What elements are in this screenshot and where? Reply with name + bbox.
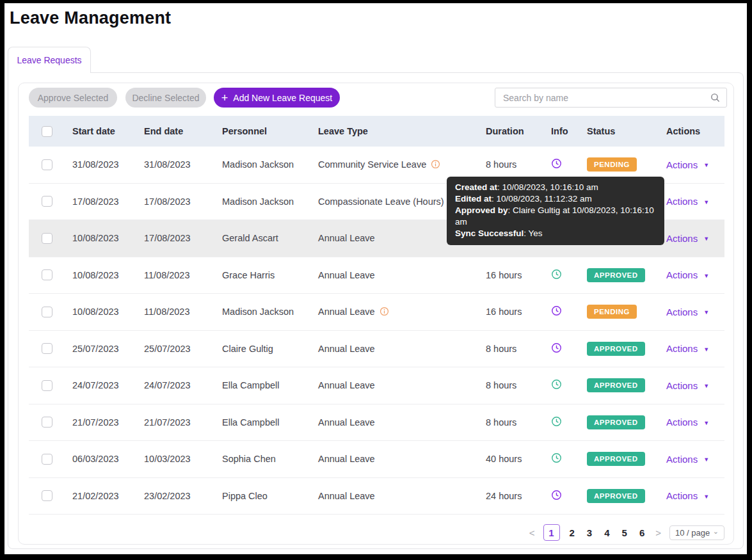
info-tooltip: Created at: 10/08/2023, 10:16:10 am Edit…	[447, 177, 664, 245]
actions-label: Actions	[666, 343, 698, 354]
approve-selected-button[interactable]: Approve Selected	[29, 88, 117, 108]
column-header-info: Info	[543, 126, 579, 136]
row-checkbox[interactable]	[42, 343, 52, 354]
cell-leave-type: Annual Leave	[310, 306, 478, 318]
cell-start-date: 10/08/2023	[65, 270, 136, 280]
actions-dropdown[interactable]: Actions ▼	[666, 380, 709, 391]
pagination-page-1[interactable]: 1	[543, 524, 560, 541]
table-row: 06/03/2023 10/03/2023 Sophia Chen Annual…	[29, 441, 724, 478]
status-badge: APPROVED	[587, 415, 645, 429]
pagination-page-6[interactable]: 6	[637, 527, 647, 538]
leave-requests-card: Approve Selected Decline Selected + Add …	[18, 83, 734, 545]
row-checkbox[interactable]	[42, 269, 52, 280]
cell-personnel: Pippa Cleo	[214, 491, 310, 501]
page-size-select[interactable]: 10 / page ⌄	[669, 525, 724, 540]
leave-requests-table: Start date End date Personnel Leave Type…	[29, 116, 724, 515]
actions-label: Actions	[666, 380, 698, 391]
search-input[interactable]	[495, 88, 727, 108]
cell-duration: 8 hours	[478, 344, 543, 354]
tooltip-line-sync: Sync Successful: Yes	[455, 228, 656, 239]
cell-start-date: 17/08/2023	[65, 196, 136, 207]
pagination-page-2[interactable]: 2	[567, 527, 577, 538]
actions-label: Actions	[666, 307, 698, 317]
pagination-page-4[interactable]: 4	[602, 527, 612, 538]
info-icon[interactable]	[431, 159, 440, 171]
tab-leave-requests[interactable]: Leave Requests	[8, 47, 91, 73]
cell-start-date: 06/03/2023	[65, 454, 136, 464]
clock-icon[interactable]	[551, 492, 562, 502]
pagination-next-icon[interactable]: >	[654, 527, 662, 538]
cell-end-date: 10/03/2023	[136, 454, 214, 464]
status-badge: APPROVED	[587, 489, 645, 503]
pagination-page-5[interactable]: 5	[620, 527, 630, 538]
cell-personnel: Ella Campbell	[214, 417, 310, 428]
row-checkbox[interactable]	[42, 490, 52, 501]
actions-dropdown[interactable]: Actions ▼	[666, 343, 709, 354]
info-icon[interactable]	[380, 307, 389, 318]
cell-end-date: 17/08/2023	[136, 196, 214, 207]
row-checkbox[interactable]	[42, 196, 52, 207]
table-row: 21/07/2023 21/07/2023 Ella Campbell Annu…	[29, 404, 724, 442]
actions-dropdown[interactable]: Actions ▼	[666, 269, 709, 280]
cell-personnel: Grace Harris	[214, 270, 310, 280]
column-header-status: Status	[579, 126, 659, 136]
chevron-down-icon: ▼	[703, 455, 709, 463]
cell-personnel: Sophia Chen	[214, 454, 310, 464]
row-checkbox[interactable]	[42, 307, 52, 317]
clock-icon[interactable]	[551, 419, 562, 429]
clock-icon[interactable]	[551, 381, 562, 392]
actions-label: Actions	[666, 233, 698, 244]
tooltip-line-created: Created at: 10/08/2023, 10:16:10 am	[455, 182, 656, 193]
leave-type-label: Annual Leave	[318, 417, 375, 428]
row-checkbox[interactable]	[42, 159, 52, 170]
cell-end-date: 31/08/2023	[136, 159, 214, 170]
actions-label: Actions	[666, 454, 698, 465]
actions-dropdown[interactable]: Actions ▼	[666, 196, 709, 207]
table-row: 10/08/2023 11/08/2023 Madison Jackson An…	[29, 294, 724, 331]
cell-duration: 8 hours	[478, 159, 543, 170]
column-header-start-date: Start date	[65, 126, 136, 136]
leave-management-page: Leave Management Leave Requests Approve …	[4, 3, 747, 554]
actions-dropdown[interactable]: Actions ▼	[666, 454, 709, 465]
cell-end-date: 23/02/2023	[136, 491, 214, 501]
leave-type-label: Annual Leave	[318, 344, 375, 354]
row-checkbox[interactable]	[42, 380, 52, 391]
actions-dropdown[interactable]: Actions ▼	[666, 490, 709, 501]
actions-dropdown[interactable]: Actions ▼	[666, 307, 709, 317]
cell-duration: 8 hours	[478, 380, 543, 390]
page-title: Leave Management	[10, 8, 171, 28]
decline-selected-button[interactable]: Decline Selected	[125, 88, 206, 108]
clock-icon[interactable]	[551, 271, 562, 282]
clock-icon[interactable]	[551, 308, 562, 318]
actions-dropdown[interactable]: Actions ▼	[666, 233, 709, 244]
leave-type-label: Annual Leave	[318, 270, 375, 280]
clock-icon[interactable]	[551, 345, 562, 355]
row-checkbox[interactable]	[42, 233, 52, 244]
row-checkbox[interactable]	[42, 417, 52, 428]
table-row: 21/02/2023 23/02/2023 Pippa Cleo Annual …	[29, 478, 724, 515]
leave-type-label: Annual Leave	[318, 233, 375, 243]
leave-type-label: Compassionate Leave (Hours)	[318, 196, 444, 207]
cell-personnel: Madison Jackson	[214, 196, 310, 207]
add-new-leave-request-button[interactable]: + Add New Leave Request	[214, 88, 340, 108]
pagination-page-3[interactable]: 3	[584, 527, 595, 538]
leave-type-label: Annual Leave	[318, 307, 375, 317]
row-checkbox[interactable]	[42, 454, 52, 465]
clock-icon[interactable]	[551, 161, 562, 171]
column-header-personnel: Personnel	[214, 126, 310, 136]
cell-end-date: 17/08/2023	[136, 233, 214, 243]
cell-end-date: 11/08/2023	[136, 307, 214, 317]
column-header-leave-type: Leave Type	[310, 126, 478, 136]
pagination-prev-icon[interactable]: <	[528, 527, 536, 538]
cell-start-date: 21/02/2023	[65, 491, 136, 501]
clock-icon[interactable]	[551, 455, 562, 465]
select-all-checkbox[interactable]	[42, 126, 52, 137]
actions-dropdown[interactable]: Actions ▼	[666, 159, 709, 170]
column-header-duration: Duration	[478, 126, 543, 136]
cell-duration: 40 hours	[478, 454, 543, 464]
cell-leave-type: Annual Leave	[310, 380, 478, 390]
leave-type-label: Annual Leave	[318, 380, 375, 390]
actions-dropdown[interactable]: Actions ▼	[666, 417, 709, 428]
cell-leave-type: Annual Leave	[310, 491, 478, 501]
cell-personnel: Ella Campbell	[214, 380, 310, 390]
